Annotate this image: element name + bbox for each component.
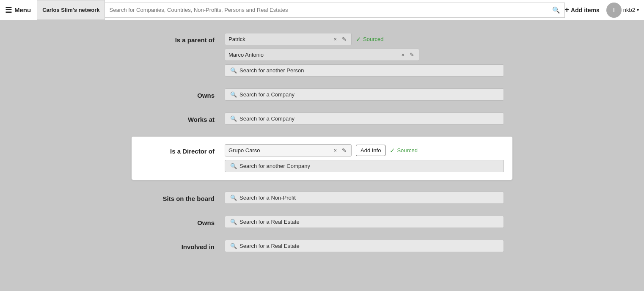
topnav: ☰ Menu Carlos Slim's network 🔍 + Add ite…	[0, 0, 644, 20]
relations-container: Is a parent ofPatrick×✎✓SourcedMarco Ant…	[132, 33, 512, 252]
entity-name: Marco Antonio	[228, 52, 397, 58]
remove-entity-button[interactable]: ×	[400, 51, 406, 58]
search-button-is-director-of[interactable]: 🔍Search for another Company	[225, 160, 504, 172]
search-btn-label: Search for another Company	[239, 163, 310, 169]
search-btn-label: Search for another Person	[239, 67, 304, 74]
search-icon: 🔍	[230, 67, 237, 74]
entity-input-extra-is-parent-of-0: Marco Antonio×✎	[225, 49, 419, 61]
search-icon: 🔍	[230, 163, 237, 169]
relation-controls-is-director-of: Grupo Carso×✎Add Info✓Sourced🔍Search for…	[225, 144, 504, 172]
relation-controls-owns-realestate: 🔍Search for a Real Estate	[225, 216, 504, 228]
global-search-icon: 🔍	[552, 6, 560, 14]
relation-row-is-parent-of: Is a parent ofPatrick×✎✓SourcedMarco Ant…	[140, 33, 504, 77]
menu-label: Menu	[14, 6, 31, 14]
relation-row-sits-on-board: Sits on the board🔍Search for a Non-Profi…	[140, 192, 504, 204]
search-button-sits-on-board[interactable]: 🔍Search for a Non-Profit	[225, 192, 504, 204]
search-icon: 🔍	[230, 243, 237, 249]
remove-entity-button[interactable]: ×	[332, 36, 338, 43]
search-btn-label: Search for a Non-Profit	[239, 195, 296, 201]
search-icon: 🔍	[230, 115, 237, 122]
relation-controls-is-parent-of: Patrick×✎✓SourcedMarco Antonio×✎🔍Search …	[225, 33, 504, 77]
check-icon: ✓	[390, 147, 395, 154]
relation-label-owns-company: Owns	[140, 88, 225, 99]
user-label: nkb2	[623, 7, 635, 13]
relation-label-involved-in: Involved in	[140, 240, 225, 250]
entity-name: Grupo Carso	[228, 147, 330, 154]
relation-controls-sits-on-board: 🔍Search for a Non-Profit	[225, 192, 504, 204]
edit-entity-button[interactable]: ✎	[341, 147, 348, 154]
entity-name: Patrick	[228, 36, 330, 42]
relation-label-is-parent-of: Is a parent of	[140, 33, 225, 44]
chevron-down-icon: ▾	[637, 8, 639, 12]
remove-entity-button[interactable]: ×	[332, 147, 338, 154]
relation-controls-works-at: 🔍Search for a Company	[225, 113, 504, 125]
relation-label-owns-realestate: Owns	[140, 216, 225, 226]
relation-label-sits-on-board: Sits on the board	[140, 192, 225, 202]
sourced-label: Sourced	[397, 147, 417, 154]
sourced-label: Sourced	[363, 36, 383, 42]
sourced-badge: ✓Sourced	[390, 147, 417, 154]
entry-row-is-parent-of-0: Patrick×✎✓Sourced	[225, 33, 504, 45]
search-btn-label: Search for a Real Estate	[239, 219, 300, 225]
search-btn-label: Search for a Company	[239, 115, 294, 122]
entity-input-is-parent-of-0: Patrick×✎	[225, 33, 352, 45]
relation-label-works-at: Works at	[140, 113, 225, 123]
user-menu[interactable]: I nkb2 ▾	[606, 3, 639, 18]
hamburger-icon: ☰	[5, 5, 12, 15]
relation-row-owns-realestate: Owns🔍Search for a Real Estate	[140, 216, 504, 228]
nav-right: + Add items I nkb2 ▾	[565, 3, 639, 18]
global-search-bar[interactable]: 🔍	[105, 3, 564, 18]
edit-entity-button[interactable]: ✎	[341, 36, 348, 43]
relation-controls-involved-in: 🔍Search for a Real Estate	[225, 240, 504, 252]
search-button-owns-company[interactable]: 🔍Search for a Company	[225, 88, 504, 101]
relation-row-works-at: Works at🔍Search for a Company	[140, 113, 504, 125]
entry-row-is-director-of-0: Grupo Carso×✎Add Info✓Sourced	[225, 144, 504, 156]
check-icon: ✓	[356, 36, 361, 43]
search-button-owns-realestate[interactable]: 🔍Search for a Real Estate	[225, 216, 504, 228]
relation-label-is-director-of: Is a Director of	[140, 144, 225, 155]
search-btn-label: Search for a Real Estate	[239, 243, 300, 249]
menu-button[interactable]: ☰ Menu	[5, 5, 37, 15]
relation-row-involved-in: Involved in🔍Search for a Real Estate	[140, 240, 504, 252]
relation-row-owns-company: Owns🔍Search for a Company	[140, 88, 504, 101]
search-icon: 🔍	[230, 219, 237, 225]
global-search-input[interactable]	[109, 7, 552, 13]
avatar: I	[606, 3, 622, 18]
main-content: Is a parent ofPatrick×✎✓SourcedMarco Ant…	[0, 20, 644, 291]
edit-entity-button[interactable]: ✎	[408, 51, 416, 58]
relation-controls-owns-company: 🔍Search for a Company	[225, 88, 504, 101]
entity-input-is-director-of-0: Grupo Carso×✎	[225, 144, 352, 156]
relation-row-is-director-of: Is a Director ofGrupo Carso×✎Add Info✓So…	[132, 137, 512, 180]
search-icon: 🔍	[230, 195, 237, 201]
plus-icon: +	[565, 5, 570, 14]
network-badge: Carlos Slim's network	[37, 0, 105, 20]
add-items-button[interactable]: + Add items	[565, 5, 600, 14]
search-button-is-parent-of[interactable]: 🔍Search for another Person	[225, 64, 504, 77]
search-icon: 🔍	[230, 91, 237, 98]
sourced-badge: ✓Sourced	[356, 36, 383, 43]
search-btn-label: Search for a Company	[239, 91, 294, 98]
add-info-button[interactable]: Add Info	[356, 145, 385, 156]
search-button-works-at[interactable]: 🔍Search for a Company	[225, 113, 504, 125]
search-button-involved-in[interactable]: 🔍Search for a Real Estate	[225, 240, 504, 252]
